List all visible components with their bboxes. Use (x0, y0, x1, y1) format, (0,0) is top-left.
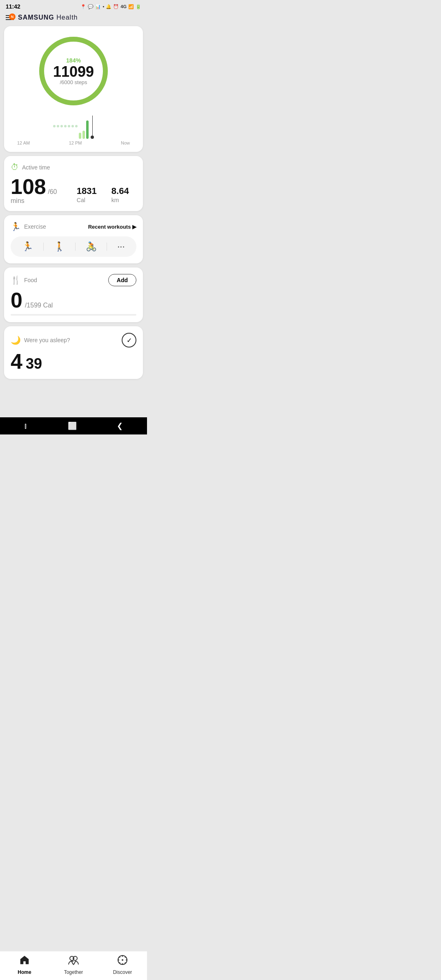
home-button[interactable]: ⬜ (68, 421, 77, 430)
steps-circle-content: 184% 11099 /6000 steps (53, 57, 94, 85)
menu-button[interactable]: N (6, 15, 14, 20)
exercise-header: 🏃 Exercise Recent workouts ▶ (11, 222, 136, 232)
active-time-title: Active time (22, 164, 50, 171)
dot-indicator: • (102, 4, 104, 9)
exercise-card: 🏃 Exercise Recent workouts ▶ 🏃 🚶 🚴 ··· (4, 215, 143, 263)
food-left: 🍴 Food (11, 275, 37, 285)
cycling-icon[interactable]: 🚴 (86, 241, 97, 252)
whatsapp-icon: 💬 (88, 4, 94, 9)
notification-badge: N (9, 13, 16, 20)
food-amount-value: 0 (11, 290, 22, 311)
active-time-card: ⏱ Active time 108 /60 mins 1831 Cal 8.64… (4, 156, 143, 211)
add-food-button[interactable]: Add (108, 274, 136, 286)
recent-workouts-link[interactable]: Recent workouts ▶ (88, 224, 136, 230)
status-bar: 11:42 📍 💬 📊 • 🔔 ⏰ 4G 📶 🔋 (0, 0, 147, 11)
location-icon: 📍 (80, 4, 86, 9)
calories-unit: Cal (77, 197, 85, 203)
battery-icon: 🔋 (136, 4, 141, 9)
steps-percent: 184% (53, 57, 94, 64)
steps-circle[interactable]: 184% 11099 /6000 steps (37, 34, 110, 108)
active-time-value: 108 (11, 175, 46, 198)
food-title: Food (24, 277, 37, 283)
network-icon: 4G (120, 4, 127, 9)
active-time-icon: ⏱ (11, 163, 19, 172)
calories-group: 1831 Cal (77, 186, 105, 204)
exercise-title: Exercise (24, 223, 46, 230)
exercise-icons-row: 🏃 🚶 🚴 ··· (11, 236, 136, 257)
app-header: N SAMSUNG Health (0, 11, 147, 26)
walking-icon[interactable]: 🚶 (54, 241, 65, 252)
back-button[interactable]: ❮ (117, 421, 123, 430)
distance-value: 8.64 (111, 186, 129, 196)
app-name-suffix: Health (54, 14, 78, 21)
chart-label-mid: 12 PM (69, 140, 82, 145)
status-time: 11:42 (6, 3, 20, 10)
sleep-number-2: 39 (26, 355, 42, 372)
sleep-check-button[interactable]: ✓ (122, 333, 136, 347)
steps-card: 184% 11099 /6000 steps (4, 26, 143, 152)
sleep-numbers: 4 39 (11, 351, 136, 372)
signal-icon: 📶 (128, 4, 134, 9)
active-time-row: 108 /60 mins 1831 Cal 8.64 km (11, 176, 136, 205)
active-time-value-group: 108 /60 mins (11, 176, 69, 205)
food-progress-bar (11, 314, 136, 316)
active-time-stats: 1831 Cal 8.64 km (77, 186, 136, 204)
more-icon[interactable]: ··· (117, 241, 125, 252)
notification-icon: 🔔 (106, 4, 111, 9)
steps-count: 11099 (53, 65, 94, 79)
food-header: 🍴 Food Add (11, 274, 136, 286)
status-icons: 📍 💬 📊 • 🔔 ⏰ 4G 📶 🔋 (80, 4, 141, 9)
divider-2 (75, 243, 76, 251)
chart-label-end: Now (121, 140, 130, 145)
system-nav-bar: ⫿ ⬜ ❮ (0, 417, 147, 434)
alarm-icon: ⏰ (113, 4, 119, 9)
steps-chart (13, 114, 134, 139)
active-time-header: ⏱ Active time (11, 163, 136, 172)
exercise-icon: 🏃 (11, 222, 21, 232)
distance-unit: km (111, 197, 119, 203)
app-logo: SAMSUNG Health (18, 14, 78, 21)
sleep-moon-icon: 🌙 (11, 335, 21, 345)
divider-1 (43, 243, 44, 251)
recents-button[interactable]: ⫿ (24, 422, 28, 430)
exercise-left: 🏃 Exercise (11, 222, 46, 232)
divider-3 (107, 243, 107, 251)
sleep-question: Were you asleep? (24, 337, 70, 343)
food-icon: 🍴 (11, 275, 21, 285)
chart-label-start: 12 AM (17, 140, 30, 145)
sleep-number-1: 4 (11, 351, 22, 372)
app-name-main: SAMSUNG (18, 14, 54, 21)
steps-circle-container: 184% 11099 /6000 steps (11, 34, 136, 108)
steps-goal: /6000 steps (53, 79, 94, 85)
sleep-card: 🌙 Were you asleep? ✓ 4 39 (4, 326, 143, 379)
distance-group: 8.64 km (111, 186, 136, 204)
chart-labels: 12 AM 12 PM Now (13, 139, 134, 145)
food-amount-row: 0 /1599 Cal (11, 290, 136, 311)
sleep-header: 🌙 Were you asleep? ✓ (11, 333, 136, 347)
food-card: 🍴 Food Add 0 /1599 Cal (4, 267, 143, 322)
activity-icon: 📊 (95, 4, 101, 9)
scroll-content: 184% 11099 /6000 steps (0, 26, 147, 416)
running-icon[interactable]: 🏃 (22, 241, 33, 252)
food-goal: /1599 Cal (25, 302, 53, 309)
calories-value: 1831 (77, 186, 97, 196)
